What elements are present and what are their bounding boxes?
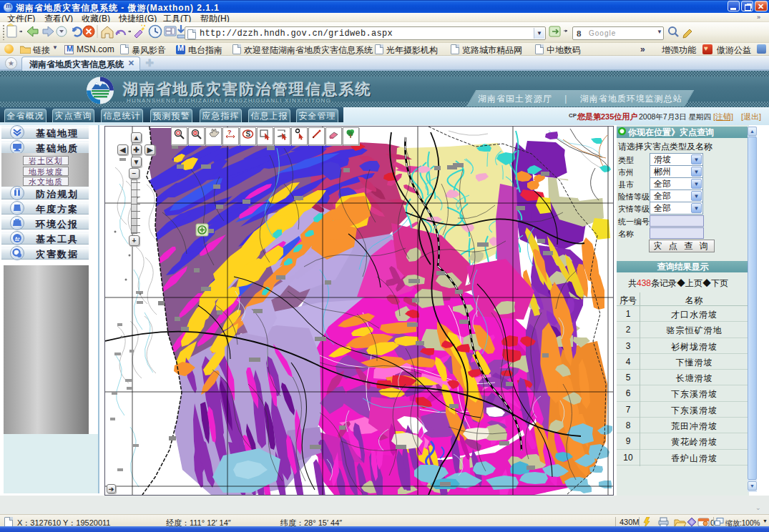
svg-text:S: S xyxy=(246,130,251,138)
svg-text:?: ? xyxy=(227,129,232,136)
